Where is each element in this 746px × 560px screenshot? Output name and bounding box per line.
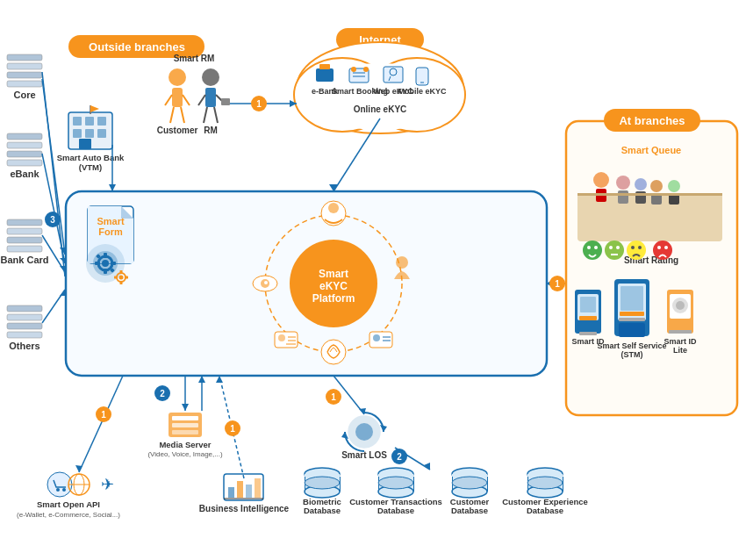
svg-line-227	[42, 79, 65, 255]
svg-marker-228	[60, 248, 67, 255]
svg-text:Customer: Customer	[157, 126, 198, 135]
svg-point-103	[321, 201, 346, 226]
svg-point-179	[56, 488, 60, 492]
svg-text:2: 2	[160, 389, 165, 398]
svg-point-220	[527, 485, 563, 498]
svg-point-85	[102, 260, 109, 267]
svg-point-140	[627, 241, 646, 260]
svg-marker-78	[88, 206, 133, 263]
svg-rect-120	[577, 193, 722, 241]
diagram-container: Outside branches Internet At branches e-…	[0, 0, 746, 560]
svg-point-231	[45, 212, 61, 227]
svg-rect-88	[95, 262, 100, 265]
svg-rect-206	[413, 477, 414, 492]
svg-line-226	[42, 72, 65, 276]
svg-marker-248	[182, 404, 189, 411]
svg-line-66	[181, 107, 184, 123]
svg-rect-154	[620, 286, 643, 311]
svg-text:Smart Rating: Smart Rating	[624, 255, 678, 265]
svg-rect-49	[68, 112, 112, 149]
svg-marker-79	[121, 206, 133, 219]
svg-marker-260	[198, 376, 205, 383]
svg-rect-203	[378, 474, 413, 492]
svg-rect-62	[172, 88, 183, 107]
svg-point-181	[68, 474, 90, 495]
svg-text:Lite: Lite	[673, 346, 687, 355]
svg-rect-147	[577, 294, 599, 320]
svg-rect-35	[7, 142, 42, 148]
svg-point-99	[290, 240, 377, 327]
svg-text:1: 1	[331, 392, 336, 402]
svg-point-129	[668, 180, 680, 192]
svg-point-118	[396, 256, 408, 269]
svg-line-63	[165, 95, 172, 105]
svg-marker-236	[60, 290, 67, 296]
svg-rect-4	[336, 28, 424, 51]
svg-point-83	[93, 251, 118, 276]
svg-line-65	[170, 107, 174, 123]
svg-point-127	[650, 180, 663, 192]
svg-rect-31	[7, 72, 42, 78]
svg-text:eKYC: eKYC	[319, 280, 348, 292]
svg-point-82	[86, 244, 125, 283]
svg-rect-0	[66, 191, 547, 376]
svg-marker-268	[216, 376, 223, 383]
svg-line-229	[42, 154, 65, 263]
svg-rect-97	[125, 276, 128, 279]
svg-text:Database: Database	[377, 506, 414, 515]
svg-rect-56	[79, 139, 91, 149]
svg-rect-91	[110, 268, 115, 273]
svg-rect-30	[7, 63, 42, 69]
svg-point-137	[609, 246, 613, 249]
svg-rect-152	[614, 279, 649, 336]
svg-rect-54	[85, 129, 94, 138]
svg-point-133	[583, 241, 602, 260]
svg-point-239	[251, 96, 267, 111]
svg-rect-175	[172, 430, 198, 434]
svg-rect-130	[669, 193, 679, 205]
svg-point-104	[328, 203, 339, 213]
svg-rect-77	[88, 206, 133, 263]
svg-point-125	[635, 178, 647, 190]
svg-rect-42	[7, 246, 42, 252]
svg-rect-55	[97, 129, 106, 138]
svg-text:2: 2	[397, 452, 402, 462]
svg-line-235	[42, 290, 65, 323]
svg-rect-13	[319, 64, 330, 69]
svg-rect-164	[669, 330, 692, 334]
svg-rect-12	[316, 68, 334, 82]
svg-point-109	[278, 334, 285, 341]
svg-rect-197	[305, 477, 305, 492]
svg-text:1: 1	[256, 99, 262, 109]
svg-text:Smart ID: Smart ID	[571, 337, 605, 346]
svg-rect-150	[579, 332, 597, 335]
svg-rect-131	[577, 193, 722, 196]
svg-point-204	[378, 485, 413, 498]
svg-rect-86	[104, 253, 107, 258]
svg-text:RM: RM	[204, 126, 218, 135]
svg-line-74	[214, 107, 218, 123]
svg-text:eBank: eBank	[10, 169, 39, 179]
svg-line-255	[79, 376, 123, 472]
svg-point-117	[321, 340, 346, 364]
svg-rect-39	[7, 219, 42, 226]
svg-point-123	[616, 176, 630, 190]
svg-rect-190	[246, 485, 252, 498]
svg-point-92	[117, 273, 126, 282]
svg-line-64	[183, 95, 190, 105]
svg-text:1: 1	[555, 279, 560, 289]
svg-text:✈: ✈	[101, 476, 114, 493]
svg-text:(Video, Voice, Image,...): (Video, Voice, Image,...)	[147, 450, 223, 458]
svg-rect-191	[255, 478, 261, 498]
svg-text:Core: Core	[13, 90, 35, 100]
svg-point-210	[452, 468, 487, 480]
svg-marker-252	[359, 408, 366, 414]
svg-rect-211	[452, 474, 487, 492]
svg-rect-95	[120, 281, 123, 284]
svg-rect-2	[68, 35, 204, 58]
svg-text:1: 1	[230, 424, 235, 434]
svg-line-70	[198, 95, 205, 105]
svg-text:Business Intelligence: Business Intelligence	[199, 504, 290, 513]
svg-rect-174	[172, 423, 198, 427]
svg-point-10	[369, 58, 465, 132]
